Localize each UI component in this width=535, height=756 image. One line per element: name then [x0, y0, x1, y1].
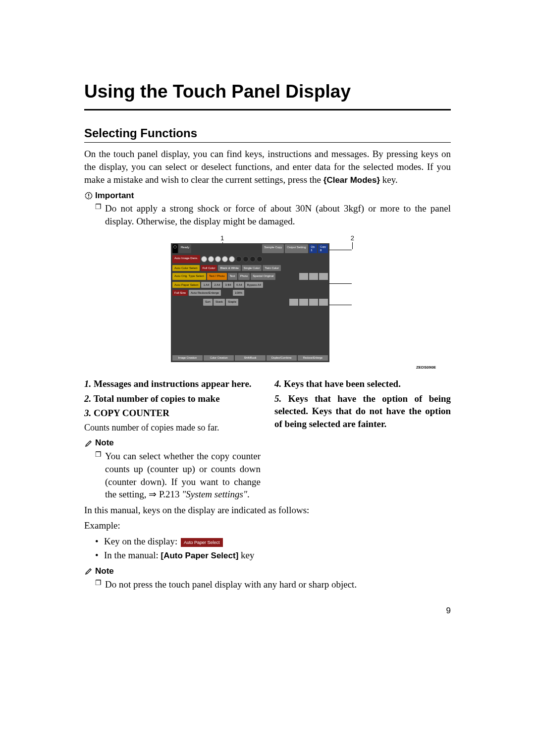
- twin-color-btn[interactable]: Twin Color: [263, 265, 280, 271]
- full-size-btn[interactable]: Full Size: [172, 290, 188, 296]
- auto-image-density-btn[interactable]: Auto Image Dens.: [172, 255, 200, 263]
- note-icon: [84, 567, 93, 576]
- callout-4: 4: [354, 279, 357, 288]
- tab-duplex[interactable]: Duplex/Combine: [267, 355, 297, 361]
- callout-1: 1: [220, 234, 224, 243]
- touch-panel-screen: 3 4 5 ◯ Ready Sample Copy Output Setting…: [171, 243, 329, 362]
- tray-4-btn[interactable]: 4 A4: [234, 282, 244, 288]
- legend-3-desc: Counts number of copies made so far.: [84, 422, 261, 433]
- page-title: Using the Touch Panel Display: [84, 79, 451, 104]
- auto-orig-type-btn[interactable]: Auto Orig. Type Select: [172, 273, 206, 280]
- text-photo-btn[interactable]: Text / Photo: [207, 273, 227, 280]
- auto-color-select-btn[interactable]: Auto Color Select: [172, 265, 200, 271]
- title-rule: [84, 109, 451, 110]
- tab-image-creation[interactable]: Image Creation: [172, 355, 203, 361]
- figure-code: ZEDS090E: [84, 365, 451, 371]
- sample-copy-btn[interactable]: Sample Copy: [262, 244, 284, 253]
- page-number: 9: [84, 605, 451, 617]
- special-original-btn[interactable]: Special Original: [251, 273, 275, 280]
- important-list: Do not apply a strong shock or force of …: [95, 202, 451, 227]
- note-label: Note: [95, 437, 114, 449]
- legend-4: 4. Keys that have been selected.: [274, 378, 451, 390]
- callout-3: 3: [354, 245, 357, 254]
- callout-5: 5: [354, 300, 357, 309]
- note-heading-2: Note: [84, 566, 451, 577]
- zoom-pct: 100%: [233, 290, 244, 296]
- intro-end: key.: [380, 174, 398, 185]
- tray-1-btn[interactable]: 1 A4: [201, 282, 211, 288]
- important-icon: [84, 191, 93, 200]
- orientation-icon[interactable]: [299, 273, 308, 280]
- example-in-manual: In the manual: [Auto Paper Select] key: [95, 549, 451, 562]
- section-rule: [84, 142, 451, 143]
- note-2-list: Do not press the touch panel display wit…: [95, 578, 451, 591]
- example-list: Key on the display: Auto Paper Select In…: [95, 535, 451, 562]
- finish-icon[interactable]: [299, 299, 308, 306]
- full-color-btn[interactable]: Full Color: [201, 265, 217, 271]
- stack-btn[interactable]: Stack: [214, 299, 225, 306]
- sort-btn[interactable]: Sort: [203, 299, 213, 306]
- important-item: Do not apply a strong shock or force of …: [95, 202, 451, 227]
- tray-3-btn[interactable]: 3 B4: [223, 282, 233, 288]
- note-1-item: You can select whether the copy counter …: [95, 450, 261, 501]
- important-label: Important: [95, 190, 134, 202]
- orientation-icon[interactable]: [309, 273, 318, 280]
- auto-paper-select-btn[interactable]: Auto Paper Select: [172, 282, 200, 288]
- auto-paper-select-inline: Auto Paper Select: [181, 538, 223, 547]
- finish-icon[interactable]: [309, 299, 318, 306]
- note-2-item: Do not press the touch panel display wit…: [95, 578, 451, 591]
- note-label: Note: [95, 566, 114, 577]
- finish-icon[interactable]: [289, 299, 298, 306]
- note-heading-1: Note: [84, 437, 261, 449]
- legend-3: 3. COPY COUNTER: [84, 407, 261, 420]
- photo-btn[interactable]: Photo: [238, 273, 250, 280]
- touch-panel-figure: 1 2 3 4 5 ◯ Ready Sample Copy Output Set…: [171, 234, 364, 363]
- callout-2: 2: [351, 234, 354, 243]
- svg-rect-2: [88, 197, 89, 198]
- auto-reduce-enlarge-btn[interactable]: Auto Reduce/Enlarge: [189, 290, 221, 296]
- tab-reduce[interactable]: Reduce/Enlarge: [298, 355, 328, 361]
- ready-indicator: Ready: [179, 244, 191, 253]
- important-heading: Important: [84, 190, 451, 202]
- note-icon: [84, 439, 93, 448]
- indicated-line: In this manual, keys on the display are …: [84, 504, 451, 517]
- staple-btn[interactable]: Staple: [226, 299, 238, 306]
- finish-icon[interactable]: [319, 299, 328, 306]
- clear-modes-key: {Clear Modes}: [323, 175, 380, 185]
- example-label: Example:: [84, 519, 451, 532]
- bypass-btn[interactable]: Bypass A4: [245, 282, 263, 288]
- copy-counter: Copy0: [318, 244, 328, 253]
- orientation-icon[interactable]: [319, 273, 328, 280]
- legend-5: 5. Keys that have the option of being se…: [274, 392, 451, 431]
- intro-paragraph: On the touch panel display, you can find…: [84, 148, 451, 186]
- legend-1: 1. Messages and instructions appear here…: [84, 378, 261, 390]
- tab-color-creation[interactable]: Color Creation: [204, 355, 234, 361]
- legend-columns: 1. Messages and instructions appear here…: [84, 376, 451, 504]
- legend-2: 2. Total number of copies to make: [84, 392, 261, 405]
- single-color-btn[interactable]: Single Color: [242, 265, 262, 271]
- black-white-btn[interactable]: Black & White: [218, 265, 240, 271]
- svg-rect-1: [88, 194, 89, 196]
- text-btn[interactable]: Text: [228, 273, 237, 280]
- tray-2-btn[interactable]: 2 A4: [212, 282, 222, 288]
- example-key-on-display: Key on the display: Auto Paper Select: [95, 535, 451, 548]
- note-1-list: You can select whether the copy counter …: [95, 450, 261, 501]
- section-heading: Selecting Functions: [84, 125, 451, 141]
- tab-shift-book[interactable]: Shift/Book: [235, 355, 265, 361]
- qty-label: Qty.1: [309, 244, 318, 253]
- output-setting-btn[interactable]: Output Setting: [285, 244, 308, 253]
